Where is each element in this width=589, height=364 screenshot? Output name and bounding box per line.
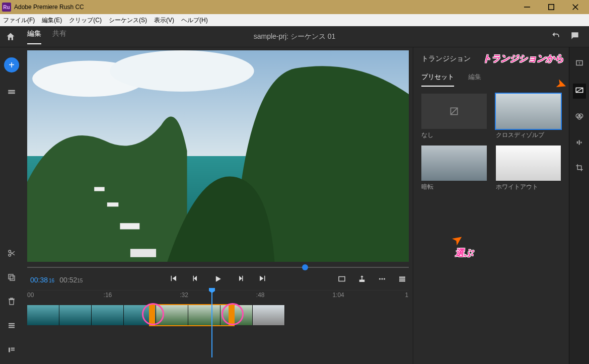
tab-share[interactable]: 共有	[52, 29, 66, 44]
fullscreen-button[interactable]	[337, 274, 346, 285]
svg-rect-10	[9, 327, 15, 328]
trash-icon[interactable]	[5, 295, 19, 309]
timeline-view-button[interactable]	[398, 274, 407, 285]
menu-bar: ファイル(F) 編集(E) クリップ(C) シーケンス(S) 表示(V) ヘルプ…	[0, 14, 589, 26]
svg-rect-6	[9, 274, 13, 279]
svg-rect-19	[107, 202, 119, 206]
svg-point-24	[382, 278, 383, 280]
timeline-clip-thumb[interactable]	[27, 305, 59, 325]
annotation-circle	[142, 303, 164, 325]
svg-rect-2	[8, 90, 15, 92]
preset-none[interactable]: なし	[421, 94, 487, 139]
preset-dip-to-black[interactable]: 暗転	[421, 145, 487, 191]
add-media-button[interactable]: +	[4, 57, 19, 72]
export-button[interactable]	[357, 274, 366, 285]
goto-end-button[interactable]	[258, 274, 267, 286]
minimize-button[interactable]	[521, 2, 534, 12]
scrub-bar[interactable]	[27, 265, 409, 270]
audio-tool-icon[interactable]	[575, 138, 584, 149]
expand-tracks-icon[interactable]	[5, 319, 19, 333]
svg-rect-0	[524, 7, 530, 8]
timeline-clip-thumb[interactable]	[92, 305, 124, 325]
svg-text:T: T	[578, 61, 580, 65]
track-controls-icon[interactable]	[5, 343, 19, 357]
menu-sequence[interactable]: シーケンス(S)	[109, 16, 147, 25]
timecode-current: 00:38	[30, 276, 48, 284]
panel-tab-edit[interactable]: 編集	[468, 72, 481, 87]
transport-controls: 00:3816 00:5215	[27, 270, 409, 290]
duplicate-icon[interactable]	[5, 270, 19, 284]
ruler-mark: 1:04	[332, 292, 344, 299]
svg-rect-3	[8, 92, 15, 94]
svg-rect-8	[9, 323, 15, 324]
step-back-button[interactable]	[191, 274, 200, 286]
menu-view[interactable]: 表示(V)	[154, 16, 174, 25]
left-rail: +	[0, 47, 23, 364]
project-panel-button[interactable]	[5, 86, 19, 100]
svg-point-17	[110, 50, 254, 92]
crop-tool-icon[interactable]	[575, 163, 584, 174]
tools-rail: T	[569, 47, 589, 364]
svg-rect-12	[11, 348, 15, 349]
svg-point-23	[379, 278, 381, 280]
menu-help[interactable]: ヘルプ(H)	[181, 16, 208, 25]
comment-button[interactable]	[570, 31, 580, 42]
play-button[interactable]	[213, 274, 223, 286]
svg-rect-21	[130, 249, 156, 257]
window-title: Adobe Premiere Rush CC	[14, 4, 84, 11]
svg-rect-9	[9, 325, 15, 326]
timeline-ruler[interactable]: 00 :16 :32 :48 1:04 1	[27, 290, 409, 301]
app-icon: Ru	[2, 3, 11, 12]
svg-point-25	[384, 278, 385, 280]
menu-file[interactable]: ファイル(F)	[3, 16, 35, 25]
timecode-duration-frames: 15	[77, 278, 83, 283]
preset-dip-to-white[interactable]: ホワイトアウト	[496, 145, 561, 191]
svg-rect-36	[576, 141, 577, 144]
goto-start-button[interactable]	[169, 274, 178, 286]
annotation-circle	[222, 303, 244, 325]
step-forward-button[interactable]	[236, 274, 245, 286]
svg-rect-37	[578, 140, 579, 145]
timeline[interactable]	[27, 302, 409, 332]
timeline-playhead[interactable]	[211, 291, 212, 357]
timeline-clip-thumb[interactable]	[253, 305, 285, 325]
ruler-mark: :32	[180, 292, 188, 299]
svg-rect-38	[580, 142, 581, 143]
ruler-mark: :48	[256, 292, 265, 299]
undo-button[interactable]	[551, 31, 561, 42]
timecode-current-frames: 16	[49, 278, 54, 283]
color-tool-icon[interactable]	[575, 113, 584, 124]
video-preview[interactable]	[27, 50, 409, 262]
app-bar: 編集 共有 sample-prj: シーケンス 01	[0, 26, 589, 47]
transitions-tool-icon[interactable]	[573, 84, 586, 99]
titles-tool-icon[interactable]: T	[575, 58, 584, 69]
ruler-mark: 00	[27, 292, 34, 299]
tab-edit[interactable]: 編集	[27, 29, 41, 44]
menu-edit[interactable]: 編集(E)	[42, 16, 62, 25]
preset-label: ホワイトアウト	[496, 183, 561, 191]
home-button[interactable]	[0, 32, 21, 42]
scissors-icon[interactable]	[5, 246, 19, 260]
timeline-clip-thumb[interactable]	[59, 305, 92, 325]
panel-tab-presets[interactable]: プリセット	[421, 72, 454, 87]
preset-cross-dissolve[interactable]: クロスディゾルブ	[496, 94, 561, 139]
svg-rect-20	[120, 223, 139, 229]
maximize-button[interactable]	[545, 2, 558, 12]
close-button[interactable]	[569, 2, 582, 12]
menu-clip[interactable]: クリップ(C)	[69, 16, 102, 25]
ruler-mark: 1	[405, 292, 408, 299]
annotation-text: 選ぶ	[455, 247, 473, 259]
svg-rect-1	[549, 5, 554, 10]
timecode-duration: 00:52	[59, 276, 77, 284]
window-titlebar: Ru Adobe Premiere Rush CC	[0, 0, 589, 14]
svg-rect-22	[339, 277, 345, 281]
more-options-button[interactable]	[378, 274, 387, 285]
preset-label: クロスディゾルブ	[496, 131, 561, 139]
annotation-text: トランジションから	[482, 52, 564, 64]
transitions-panel: トランジション プリセット 編集 なし クロスディゾルブ 暗転 ホワイトアウト	[413, 47, 569, 364]
svg-rect-28	[399, 280, 405, 281]
svg-rect-7	[10, 276, 15, 280]
svg-rect-13	[11, 349, 15, 350]
svg-rect-26	[399, 277, 405, 278]
svg-rect-27	[399, 278, 405, 279]
